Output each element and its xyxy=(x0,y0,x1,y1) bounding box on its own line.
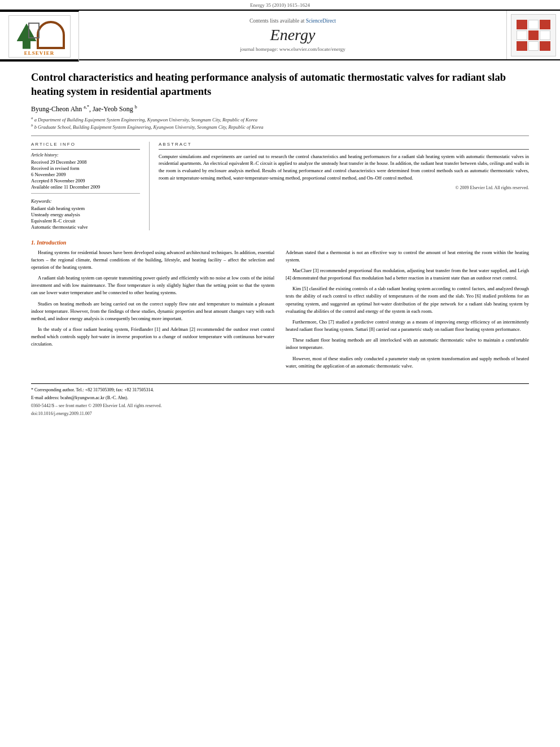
footnote-doi: doi:10.1016/j.energy.2009.11.007 xyxy=(31,410,529,417)
main-content: Control characteristics and heating perf… xyxy=(0,60,560,429)
keyword-3: Equivalent R–C circuit xyxy=(31,218,140,224)
elsevier-decorative-image xyxy=(11,20,68,49)
journal-header: ELSEVIER Contents lists available at Sci… xyxy=(0,10,560,60)
received2: Received in revised form xyxy=(31,165,140,171)
info-mid-divider xyxy=(31,193,140,194)
article-info-label: ARTICLE INFO xyxy=(31,142,140,147)
science-direct-link[interactable]: ScienceDirect xyxy=(306,18,336,24)
available: Available online 11 December 2009 xyxy=(31,184,140,190)
logo-cell-4 xyxy=(517,30,527,40)
info-top-divider xyxy=(31,149,140,150)
keywords-label: Keywords: xyxy=(31,198,140,204)
intro-p1: Heating systems for residential houses h… xyxy=(31,249,274,272)
history-label: Article history: xyxy=(31,152,140,158)
intro-p10: However, most of these studies only cond… xyxy=(286,355,529,370)
citation-bar: Energy 35 (2010) 1615–1624 xyxy=(0,0,560,10)
right-logo-grid xyxy=(517,20,550,51)
abstract-column: ABSTRACT Computer simulations and experi… xyxy=(150,142,529,230)
elsevier-logo-section: ELSEVIER xyxy=(0,11,79,62)
intro-heading: 1. Introduction xyxy=(31,239,529,246)
intro-two-col: Heating systems for residential houses h… xyxy=(31,249,529,373)
right-logo-section xyxy=(506,11,560,59)
footnote-area: * Corresponding author. Tel.: +82 317505… xyxy=(31,383,529,417)
keyword-2: Unsteady energy analysis xyxy=(31,212,140,217)
science-direct-label: Contents lists available at ScienceDirec… xyxy=(250,18,336,24)
accepted: Accepted 8 November 2009 xyxy=(31,178,140,184)
copyright-line: © 2009 Elsevier Ltd. All rights reserved… xyxy=(159,185,529,190)
authors-line: Byung-Cheon Ahn a,*, Jae-Yeob Song b xyxy=(31,104,529,113)
footnote-corresp: * Corresponding author. Tel.: +82 317505… xyxy=(31,387,529,394)
abstract-text: Computer simulations and experiments are… xyxy=(159,153,529,182)
info-abstract-section: ARTICLE INFO Article history: Received 2… xyxy=(31,142,529,230)
intro-p3: Studies on heating methods are being car… xyxy=(31,300,274,323)
intro-p5: Adelman stated that a thermostat is not … xyxy=(286,249,529,264)
intro-p6: MacCluer [3] recommended proportional fl… xyxy=(286,267,529,282)
logo-cell-9 xyxy=(540,41,550,51)
figure-outline-icon xyxy=(28,23,40,38)
footnote-email: E-mail address: bcahn@kyungwon.ac.kr (B.… xyxy=(31,395,529,401)
abstract-top-divider xyxy=(159,149,529,150)
intro-p7: Kim [5] classified the existing controls… xyxy=(286,285,529,315)
intro-p9: These radiant floor heating methods are … xyxy=(286,337,529,351)
article-info-column: ARTICLE INFO Article history: Received 2… xyxy=(31,142,150,230)
journal-homepage: journal homepage: www.elsevier.com/locat… xyxy=(240,46,345,52)
intro-p4: In the study of a floor radiant heating … xyxy=(31,326,274,348)
elsevier-brand-text: ELSEVIER xyxy=(24,49,55,57)
elsevier-logo-box: ELSEVIER xyxy=(8,15,71,58)
abstract-label: ABSTRACT xyxy=(159,142,529,147)
journal-center-block: Contents lists available at ScienceDirec… xyxy=(79,11,506,59)
intro-col-right: Adelman stated that a thermostat is not … xyxy=(286,249,529,373)
footnote-issn: 0360-5442/$ – see front matter © 2009 El… xyxy=(31,403,529,409)
introduction-section: 1. Introduction Heating systems for resi… xyxy=(31,239,529,373)
citation-text: Energy 35 (2010) 1615–1624 xyxy=(250,2,310,8)
logo-cell-2 xyxy=(528,20,539,29)
logo-cell-3 xyxy=(540,20,550,29)
intro-p2: A radiant slab heating system can operat… xyxy=(31,274,274,297)
intro-col-left: Heating systems for residential houses h… xyxy=(31,249,274,373)
logo-cell-5 xyxy=(528,30,539,40)
logo-cell-8 xyxy=(528,41,539,51)
received1: Received 29 December 2008 xyxy=(31,159,140,165)
received2-date: 6 November 2009 xyxy=(31,172,140,177)
header-divider xyxy=(31,136,529,136)
logo-cell-6 xyxy=(540,30,550,40)
arch-icon xyxy=(37,21,65,49)
journal-name: Energy xyxy=(270,26,316,44)
logo-cell-7 xyxy=(517,41,527,51)
keyword-4: Automatic thermostatic valve xyxy=(31,224,140,230)
affiliation-b: b b Graduate School, Building Equipment … xyxy=(31,123,529,130)
logo-cell-1 xyxy=(517,20,527,29)
right-logo-box xyxy=(511,14,556,56)
affiliation-a: a a Department of Building Equipment Sys… xyxy=(31,116,529,123)
article-title: Control characteristics and heating perf… xyxy=(31,71,529,99)
keyword-1: Radiant slab heating system xyxy=(31,206,140,211)
intro-p8: Furthermore, Cho [7] studied a predictiv… xyxy=(286,318,529,333)
